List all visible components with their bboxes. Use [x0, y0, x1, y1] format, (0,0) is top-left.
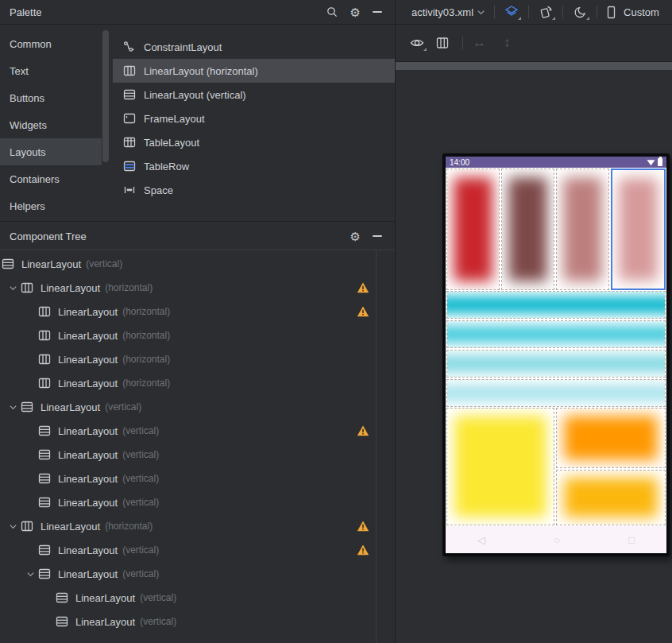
palette-item-linearlayout-horizontal[interactable]: LinearLayout (horizontal) — [113, 59, 395, 83]
linearlayout-vertical-icon — [2, 258, 14, 270]
tree-expand-chevron-icon[interactable] — [22, 567, 38, 580]
tree-row-linearlayout-horizontal[interactable]: LinearLayout(horizontal) — [0, 514, 395, 538]
tree-row-linearlayout-vertical[interactable]: LinearLayout(vertical) — [0, 562, 395, 586]
palette-category-containers[interactable]: Containers — [0, 165, 102, 192]
canvas-horizontal-scrollbar[interactable] — [396, 62, 672, 70]
palette-category-layouts[interactable]: Layouts — [0, 138, 102, 165]
preview-bar[interactable] — [446, 320, 666, 348]
component-tree-settings-gear-icon[interactable]: ⚙ — [350, 230, 361, 242]
component-tree-scrollbar-track[interactable] — [376, 250, 377, 643]
warning-icon — [357, 424, 369, 437]
component-tree-minimize-icon[interactable] — [373, 235, 382, 237]
tree-row-linearlayout-vertical[interactable]: LinearLayout(vertical) — [0, 252, 395, 276]
preview-amber-block[interactable] — [556, 470, 666, 525]
tree-expand-chevron-icon[interactable] — [5, 281, 21, 294]
preview-yellow-block[interactable] — [446, 408, 554, 525]
tree-row-linearlayout-vertical[interactable]: LinearLayout(vertical) — [0, 538, 395, 562]
tree-row-orientation: (horizontal) — [122, 330, 170, 341]
toolbar-separator — [597, 6, 597, 18]
space-icon — [123, 184, 136, 196]
linearlayout-vertical-icon — [38, 448, 51, 461]
night-mode-moon-icon[interactable] — [570, 3, 590, 21]
framelayout-icon — [123, 112, 136, 125]
tree-row-linearlayout-vertical[interactable]: LinearLayout(vertical) — [0, 419, 395, 443]
palette-category-buttons[interactable]: Buttons — [0, 84, 102, 111]
palette-item-tablerow[interactable]: TableRow — [113, 154, 395, 178]
palette-item-linearlayout-vertical[interactable]: LinearLayout (vertical) — [113, 83, 395, 107]
preview-bar[interactable] — [446, 350, 666, 378]
palette-item-label: TableRow — [144, 161, 189, 172]
palette-item-tablelayout[interactable]: TableLayout — [113, 130, 395, 154]
palette-items-list: ConstraintLayout LinearLayout (horizonta… — [113, 35, 395, 202]
device-phone-icon[interactable] — [604, 3, 618, 21]
tree-row-linearlayout-vertical[interactable]: LinearLayout(vertical) — [0, 443, 395, 467]
palette-category-text[interactable]: Text — [0, 57, 102, 84]
tree-row-linearlayout-vertical[interactable]: LinearLayout(vertical) — [0, 395, 395, 419]
search-icon[interactable] — [326, 6, 338, 18]
tab-chevron-down-icon[interactable] — [473, 3, 488, 21]
preview-column[interactable] — [501, 168, 554, 290]
tree-row-orientation: (horizontal) — [105, 282, 153, 293]
palette-category-common[interactable]: Common — [0, 30, 102, 57]
linearlayout-vertical-icon — [38, 567, 51, 580]
linearlayout-vertical-icon — [38, 496, 51, 509]
palette-item-space[interactable]: Space — [113, 178, 395, 202]
toolbar-separator — [494, 6, 495, 18]
palette-scrollbar-thumb[interactable] — [102, 30, 109, 162]
tree-row-linearlayout-vertical[interactable]: LinearLayout(vertical) — [0, 610, 395, 633]
tree-row-orientation: (vertical) — [86, 258, 122, 269]
tree-row-label: LinearLayout — [58, 425, 118, 437]
tree-expand-chevron-icon[interactable] — [5, 520, 21, 533]
preview-orange-block[interactable] — [556, 408, 666, 468]
category-label: Text — [10, 65, 29, 77]
tree-row-linearlayout-vertical[interactable]: LinearLayout(vertical) — [0, 490, 395, 514]
constraint-layout-icon — [123, 41, 136, 53]
nav-recents-icon[interactable]: □ — [628, 534, 635, 546]
tree-row-linearlayout-horizontal[interactable]: LinearLayout(horizontal) — [0, 300, 395, 323]
tree-row-label: LinearLayout — [75, 616, 135, 628]
tree-row-linearlayout-horizontal[interactable]: LinearLayout(horizontal) — [0, 276, 395, 300]
warning-icon — [357, 281, 369, 294]
design-surface-icon[interactable] — [501, 3, 522, 21]
orientation-icon[interactable] — [535, 3, 556, 21]
editor-tab-activity03[interactable]: activity03.xml — [411, 6, 473, 18]
preview-bar[interactable] — [446, 291, 666, 319]
preview-column[interactable] — [446, 168, 500, 290]
palette-item-framelayout[interactable]: FrameLayout — [113, 107, 395, 130]
linearlayout-horizontal-icon — [123, 64, 136, 77]
palette-category-helpers[interactable]: Helpers — [0, 192, 102, 219]
tree-row-label: LinearLayout — [58, 568, 118, 580]
preview-row-columns — [446, 168, 666, 291]
tree-row-orientation: (vertical) — [122, 449, 159, 460]
tree-row-linearlayout-horizontal[interactable]: LinearLayout(horizontal) — [0, 323, 395, 347]
design-canvas[interactable]: 14:00 — [396, 62, 672, 643]
preview-column[interactable] — [556, 168, 609, 290]
nav-home-icon[interactable]: ○ — [554, 534, 560, 546]
device-selector-label[interactable]: Custom — [624, 6, 659, 18]
status-time: 14:00 — [450, 158, 469, 167]
tree-row-linearlayout-horizontal[interactable]: LinearLayout(horizontal) — [0, 371, 395, 395]
device-preview-frame: 14:00 — [442, 153, 670, 556]
tree-row-linearlayout-vertical[interactable]: LinearLayout(vertical) — [0, 467, 395, 490]
tree-row-linearlayout-vertical[interactable]: LinearLayout(vertical) — [0, 586, 395, 610]
view-options-eye-icon[interactable] — [407, 34, 427, 52]
palette-settings-gear-icon[interactable]: ⚙ — [350, 6, 361, 18]
preview-bar[interactable] — [446, 379, 666, 407]
android-studio-layout-editor: Palette ⚙ CommonTextButtonsWidgetsLayout… — [0, 0, 672, 643]
tree-row-orientation: (vertical) — [122, 568, 159, 579]
tree-row-orientation: (horizontal) — [122, 354, 170, 365]
layout-panes-icon[interactable] — [432, 34, 453, 52]
tree-row-orientation: (vertical) — [140, 616, 176, 627]
palette-minimize-icon[interactable] — [373, 11, 382, 13]
tree-expand-chevron-icon[interactable] — [5, 401, 21, 413]
tree-row-orientation: (vertical) — [122, 425, 159, 436]
preview-column-selected[interactable] — [611, 168, 666, 290]
nav-back-icon[interactable]: ◁ — [477, 534, 485, 546]
palette-item-label: ConstraintLayout — [144, 41, 222, 53]
tree-row-label: LinearLayout — [58, 497, 118, 509]
palette-item-constraintlayout[interactable]: ConstraintLayout — [113, 35, 395, 59]
tree-row-linearlayout-horizontal[interactable]: LinearLayout(horizontal) — [0, 347, 395, 371]
palette-category-widgets[interactable]: Widgets — [0, 111, 102, 138]
category-label: Layouts — [10, 146, 46, 158]
tree-row-orientation: (horizontal) — [122, 378, 170, 389]
